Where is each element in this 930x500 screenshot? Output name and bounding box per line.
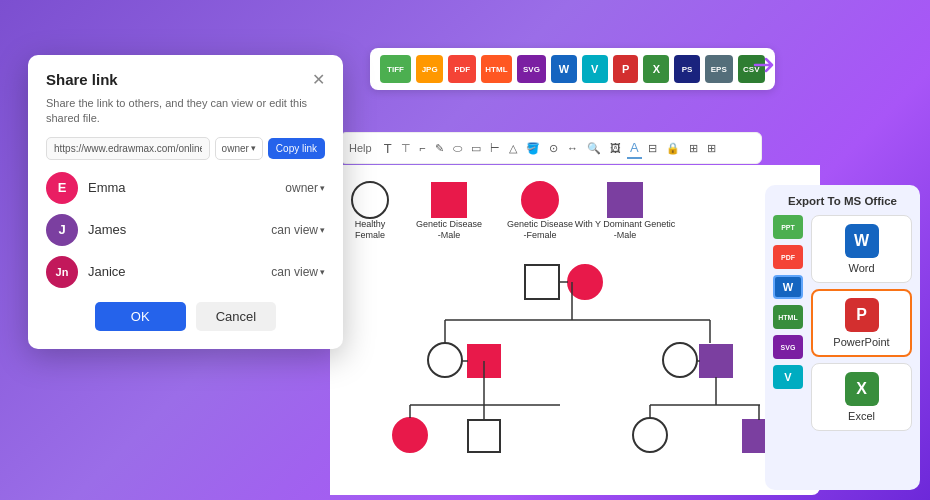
word-label: Word	[848, 262, 874, 274]
small-icon-word[interactable]: W	[773, 275, 803, 299]
tool-text-icon[interactable]: T	[381, 139, 395, 158]
export-ppt-button[interactable]: P	[613, 55, 639, 83]
tool-arrow-icon[interactable]: ↔	[564, 140, 581, 156]
dialog-title: Share link	[46, 71, 118, 88]
svg-text:-Female: -Female	[523, 230, 556, 240]
svg-rect-22	[700, 345, 732, 377]
svg-text:Genetic Disease: Genetic Disease	[416, 219, 482, 229]
svg-point-6	[522, 182, 558, 218]
export-word-icon-button[interactable]: W	[551, 55, 577, 83]
chevron-icon-james: ▾	[320, 225, 325, 235]
svg-rect-9	[608, 183, 642, 217]
url-input[interactable]	[46, 137, 210, 160]
svg-text:With Y Dominant Genetic: With Y Dominant Genetic	[575, 219, 676, 229]
tool-mountain-icon[interactable]: △	[506, 140, 520, 157]
svg-point-21	[663, 343, 697, 377]
tool-line-icon[interactable]: ⊢	[487, 140, 503, 157]
small-icon-svg[interactable]: SVG	[773, 335, 803, 359]
svg-point-13	[568, 265, 602, 299]
dialog-description: Share the link to others, and they can v…	[46, 96, 325, 127]
users-list: E Emma owner ▾ J James can view ▾ Jn Jan…	[46, 172, 325, 288]
user-row-james: J James can view ▾	[46, 214, 325, 246]
export-excel-button[interactable]: X	[643, 55, 669, 83]
user-row-janice: Jn Janice can view ▾	[46, 256, 325, 288]
export-format-toolbar: TIFF JPG PDF HTML SVG W V P X PS EPS CSV	[370, 48, 775, 90]
export-pdf-button[interactable]: PDF	[448, 55, 476, 83]
export-tiff-button[interactable]: TIFF	[380, 55, 411, 83]
svg-point-17	[428, 343, 462, 377]
svg-text:Healthy: Healthy	[355, 219, 386, 229]
powerpoint-icon: P	[845, 298, 879, 332]
export-svg-button[interactable]: SVG	[517, 55, 546, 83]
export-word-button[interactable]: W Word	[811, 215, 912, 283]
help-toolbar: Help T ⊤ ⌐ ✎ ⬭ ▭ ⊢ △ 🪣 ⊙ ↔ 🔍 🖼 A ⊟ 🔒 ⊞ ⊞	[340, 132, 762, 164]
avatar-janice: Jn	[46, 256, 78, 288]
svg-text:Female: Female	[355, 230, 385, 240]
export-panel-title: Export To MS Office	[773, 195, 912, 207]
user-row-emma: E Emma owner ▾	[46, 172, 325, 204]
help-label: Help	[349, 142, 372, 154]
dialog-actions: OK Cancel	[46, 302, 325, 331]
user-role-emma[interactable]: owner ▾	[285, 181, 325, 195]
user-name-emma: Emma	[88, 180, 275, 195]
tool-fill-icon[interactable]: 🪣	[523, 140, 543, 157]
arrow-indicator	[750, 55, 780, 79]
export-visio-button[interactable]: V	[582, 55, 608, 83]
small-icon-html[interactable]: HTML	[773, 305, 803, 329]
export-powerpoint-button[interactable]: P PowerPoint	[811, 289, 912, 357]
tool-table-icon[interactable]: ⊞	[686, 140, 701, 157]
export-html-button[interactable]: HTML	[481, 55, 512, 83]
user-role-janice[interactable]: can view ▾	[271, 265, 325, 279]
owner-dropdown[interactable]: owner ▾	[215, 137, 263, 160]
close-icon[interactable]: ✕	[312, 72, 325, 88]
dropdown-chevron-icon: ▾	[251, 143, 256, 153]
dialog-header: Share link ✕	[46, 71, 325, 88]
tool-dash-icon[interactable]: ⊟	[645, 140, 660, 157]
svg-rect-29	[468, 420, 500, 452]
chevron-icon-emma: ▾	[320, 183, 325, 193]
copy-link-button[interactable]: Copy link	[268, 138, 325, 159]
export-ps-button[interactable]: PS	[674, 55, 700, 83]
excel-icon: X	[845, 372, 879, 406]
user-role-james[interactable]: can view ▾	[271, 223, 325, 237]
svg-point-33	[633, 418, 667, 452]
export-eps-button[interactable]: EPS	[705, 55, 733, 83]
svg-rect-3	[432, 183, 466, 217]
cancel-button[interactable]: Cancel	[196, 302, 276, 331]
owner-label: owner	[222, 143, 249, 154]
tool-pen-icon[interactable]: ✎	[432, 140, 447, 157]
user-name-janice: Janice	[88, 264, 261, 279]
svg-text:-Male: -Male	[438, 230, 461, 240]
svg-rect-12	[525, 265, 559, 299]
tool-select-icon[interactable]: ⊙	[546, 140, 561, 157]
export-panel: Export To MS Office PPT PDF W HTML SVG V…	[765, 185, 920, 490]
tool-zoom-icon[interactable]: 🔍	[584, 140, 604, 157]
export-jpg-button[interactable]: JPG	[416, 55, 444, 83]
small-icon-pdf[interactable]: PDF	[773, 245, 803, 269]
chevron-icon-janice: ▾	[320, 267, 325, 277]
ok-button[interactable]: OK	[95, 302, 186, 331]
tool-box-icon[interactable]: ▭	[468, 140, 484, 157]
small-icon-visio[interactable]: V	[773, 365, 803, 389]
tool-grid-icon[interactable]: ⊞	[704, 140, 719, 157]
pedigree-diagram: Healthy Female Genetic Disease -Male Gen…	[330, 165, 820, 495]
url-row: owner ▾ Copy link	[46, 137, 325, 160]
small-icon-ppt[interactable]: PPT	[773, 215, 803, 239]
avatar-james: J	[46, 214, 78, 246]
svg-text:-Male: -Male	[614, 230, 637, 240]
svg-text:Genetic Disease: Genetic Disease	[507, 219, 573, 229]
tool-image-icon[interactable]: 🖼	[607, 140, 624, 156]
svg-point-27	[393, 418, 427, 452]
tool-shape1-icon[interactable]: ⊤	[398, 140, 414, 157]
word-icon: W	[845, 224, 879, 258]
user-name-james: James	[88, 222, 261, 237]
tool-underline-icon[interactable]: A	[627, 138, 642, 159]
avatar-emma: E	[46, 172, 78, 204]
powerpoint-label: PowerPoint	[833, 336, 889, 348]
svg-point-0	[352, 182, 388, 218]
share-dialog: Share link ✕ Share the link to others, a…	[28, 55, 343, 349]
tool-angle-icon[interactable]: ⌐	[417, 140, 429, 156]
tool-lock-icon[interactable]: 🔒	[663, 140, 683, 157]
tool-oval-icon[interactable]: ⬭	[450, 140, 465, 157]
export-excel-large-button[interactable]: X Excel	[811, 363, 912, 431]
